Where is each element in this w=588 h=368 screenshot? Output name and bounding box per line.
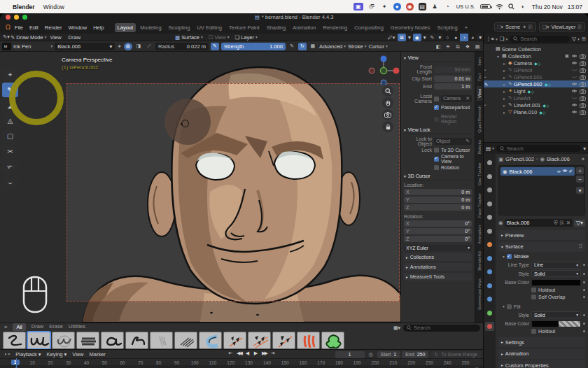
expand-icon[interactable]: ▸ bbox=[503, 82, 508, 87]
timeline-ruler[interactable]: 1 10203040506070809010011012013014015016… bbox=[0, 358, 483, 365]
outliner-new-collection-icon[interactable]: ⊞ bbox=[582, 36, 586, 42]
stroke-style-dropdown[interactable]: Solid▾ bbox=[531, 270, 581, 277]
clip-start-field[interactable]: 0.01 m bbox=[434, 76, 472, 82]
stroke-checkbox[interactable] bbox=[507, 254, 512, 259]
local-camera-checkbox[interactable] bbox=[434, 97, 439, 101]
eye-open-icon[interactable] bbox=[571, 61, 578, 65]
xray-icon[interactable]: ⧉ bbox=[454, 43, 462, 50]
proportional-edit-icon[interactable]: ◉ bbox=[413, 34, 421, 41]
properties-tab-output[interactable] bbox=[485, 185, 494, 194]
timeline-menu-marker[interactable]: Marker bbox=[89, 351, 105, 358]
cursor-location-z-field[interactable]: Z0 m bbox=[404, 204, 472, 211]
play-button[interactable]: ▶ bbox=[253, 351, 259, 356]
workspace-tab-modeling[interactable]: Modeling bbox=[137, 23, 164, 32]
outliner-item-light[interactable]: ▸☀Light◆◇ bbox=[484, 87, 588, 94]
workspace-tab-shading[interactable]: Shading bbox=[264, 23, 289, 32]
annotate-icon[interactable]: ❖ bbox=[463, 43, 472, 50]
wireframe-shading-icon[interactable]: ○ bbox=[443, 34, 451, 41]
brush-splatter-orange-c[interactable]: .k{stroke:#1c1c1c;stroke-width:2.3;fill:… bbox=[272, 332, 295, 349]
add-slot-button[interactable]: + bbox=[576, 167, 584, 174]
fill-holdout-checkbox[interactable] bbox=[531, 329, 536, 334]
outliner-item-camera[interactable]: ▸◆Camera◆◇ bbox=[484, 59, 588, 66]
prev-keyframe-button[interactable]: ◀◀ bbox=[236, 351, 242, 356]
advanced-dropdown[interactable]: Advanced▾ bbox=[319, 43, 346, 50]
slot-link-icon[interactable]: ∞ bbox=[557, 169, 561, 174]
strength-slider[interactable]: Strength1.000 bbox=[221, 43, 286, 50]
shelf-display-icon[interactable]: ▦▾ bbox=[393, 324, 401, 332]
properties-tab-object[interactable] bbox=[485, 240, 494, 249]
fill-base-color-swatch[interactable] bbox=[531, 320, 581, 327]
render-region-checkbox[interactable] bbox=[434, 117, 439, 122]
cursor-panel-header[interactable]: ▾3D Cursor bbox=[404, 172, 472, 181]
pan-gizmo-icon[interactable] bbox=[382, 97, 393, 108]
to-3d-cursor-checkbox[interactable] bbox=[434, 148, 439, 153]
material-filter-icon[interactable]: ▽▾ bbox=[574, 220, 585, 227]
npanel-tab-geo-tracker[interactable]: Geo Tracker bbox=[477, 160, 482, 188]
outliner-item-lineart[interactable]: ▸✎LineArt bbox=[484, 94, 588, 101]
local-camera-object-field[interactable]: Camera✕ bbox=[441, 95, 472, 102]
zoom-gizmo-icon[interactable] bbox=[382, 85, 393, 97]
cursor-rotation-y-field[interactable]: Y0° bbox=[404, 228, 472, 234]
expand-icon[interactable]: ▸ bbox=[503, 68, 508, 73]
disable-in-renders-icon[interactable] bbox=[580, 89, 586, 94]
input-source[interactable]: US U.S. bbox=[456, 3, 475, 10]
shelf-tab-utilities[interactable]: Utilities bbox=[69, 323, 85, 331]
to-scene-range-button[interactable]: ↻To Scene Range bbox=[430, 351, 481, 358]
lock-to-object-field[interactable]: Object✎ bbox=[434, 138, 472, 145]
disable-in-renders-icon[interactable] bbox=[580, 103, 586, 108]
stroke-base-color-swatch[interactable] bbox=[531, 279, 581, 286]
properties-tab-modifiers[interactable] bbox=[485, 254, 494, 263]
workspace-tab-uv-editing[interactable]: UV Editing bbox=[194, 23, 224, 32]
shelf-tab-erase[interactable]: Erase bbox=[49, 323, 63, 331]
frame-start-field[interactable]: Start1 bbox=[377, 351, 400, 358]
falloff-icon[interactable]: ⟋ bbox=[145, 43, 153, 50]
disable-in-renders-icon[interactable] bbox=[580, 61, 586, 66]
npanel-tab-item[interactable]: Item bbox=[477, 55, 482, 69]
brush-squiggle[interactable]: .k{stroke:#1c1c1c;stroke-width:2.3;fill:… bbox=[125, 332, 148, 349]
workspace-tab-geometry-nodes[interactable]: Geometry Nodes bbox=[388, 23, 433, 32]
properties-tab-object-data[interactable] bbox=[485, 309, 494, 318]
eye-open-icon[interactable] bbox=[571, 54, 578, 58]
rotation-checkbox[interactable] bbox=[434, 165, 439, 170]
npanel-tab-blenderkit[interactable]: BlenderKit bbox=[477, 248, 482, 274]
strength-pressure-icon[interactable]: ✎ bbox=[288, 43, 296, 50]
grid-icon[interactable]: ▤ bbox=[473, 43, 482, 50]
cutter-tool-button[interactable]: ✂ bbox=[2, 144, 18, 159]
radius-field[interactable]: Radius0.022 m bbox=[155, 43, 209, 50]
npanel-tab-animation[interactable]: Animation bbox=[477, 222, 482, 247]
outliner-item-plane-010[interactable]: ▸▽Plane.010◆◇ bbox=[484, 108, 588, 115]
eye-closed-icon[interactable] bbox=[571, 68, 578, 72]
menu-file[interactable]: File bbox=[15, 24, 23, 31]
shelf-search-input[interactable]: Search bbox=[403, 325, 480, 332]
npanel-tab-quad-remesh[interactable]: Quad Remesh bbox=[477, 103, 482, 136]
snapping-icon[interactable]: ⊠ bbox=[398, 34, 406, 41]
draw-menu[interactable]: Draw bbox=[69, 34, 81, 41]
preview-panel-header[interactable]: ▸Preview bbox=[498, 230, 585, 240]
expand-icon[interactable]: ▸ bbox=[503, 96, 508, 101]
eye-open-icon[interactable] bbox=[571, 89, 578, 93]
npanel-tab-face-tracker[interactable]: Face Tracker bbox=[477, 190, 482, 220]
material-name-field[interactable]: Black.006⛨⎘✕ bbox=[505, 219, 573, 227]
auto-keying-icon[interactable]: ◷ bbox=[367, 351, 375, 358]
focal-length-field[interactable]: 50 mm bbox=[434, 66, 472, 73]
expand-icon[interactable]: ▸ bbox=[503, 61, 508, 66]
stroke-placement-icon[interactable]: ✎ bbox=[428, 34, 436, 41]
control-center-icon[interactable]: ◐ bbox=[519, 3, 527, 10]
timeline-editor-icon[interactable]: ◔▾ bbox=[4, 351, 10, 358]
person-icon[interactable]: ♟ bbox=[431, 3, 439, 10]
expand-icon[interactable]: ▾ bbox=[497, 54, 502, 59]
stroke-dropdown[interactable]: Stroke▾ bbox=[348, 43, 366, 50]
brush-soft-w[interactable]: .k{stroke:#1c1c1c;stroke-width:2.3;fill:… bbox=[52, 332, 75, 349]
menu-window[interactable]: Window bbox=[68, 24, 87, 31]
placement-dropdown[interactable]: ▦Surface▾ bbox=[175, 34, 203, 41]
view-panel-header[interactable]: ▾View bbox=[404, 54, 472, 62]
cursor-rotation-z-field[interactable]: Z0° bbox=[404, 236, 472, 242]
viewlayer-new-icon[interactable]: ⎘ bbox=[578, 24, 582, 30]
eye-closed-icon[interactable] bbox=[571, 75, 578, 79]
next-keyframe-button[interactable]: ▶▶ bbox=[261, 351, 267, 356]
camera-to-view-checkbox[interactable] bbox=[434, 157, 439, 162]
auto-masking-icon[interactable]: ↻ bbox=[298, 43, 307, 50]
mode-dropdown[interactable]: ✎Draw Mode▾ bbox=[10, 34, 46, 41]
outliner-item-gpencil-001[interactable]: •▸✎GPencil.001 bbox=[484, 73, 588, 80]
viewlayer-selector[interactable]: ❏▾ ViewLayer⎘ bbox=[539, 22, 585, 31]
